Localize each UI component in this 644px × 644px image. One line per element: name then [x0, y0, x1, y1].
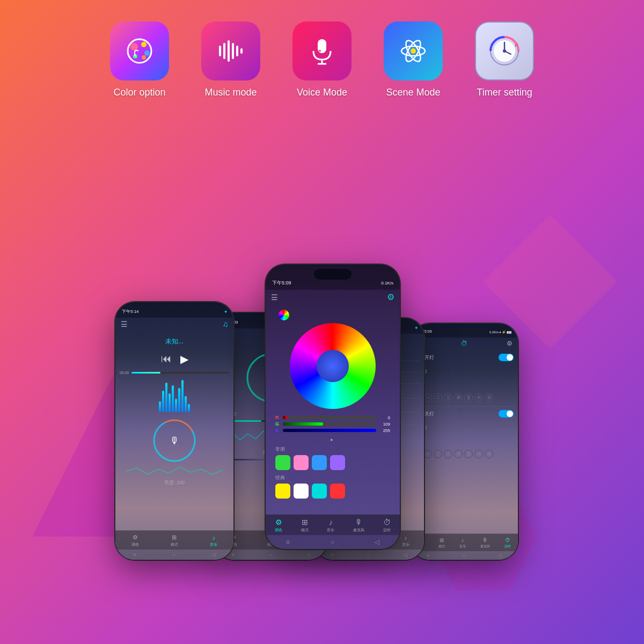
day-sat[interactable]: 六 [474, 393, 483, 402]
day-off-fri[interactable]: 五 [464, 450, 473, 458]
classic-swatches [275, 484, 390, 499]
brightness-label-m: 亮度: 100 [164, 479, 185, 486]
rgb-g-label: G [275, 421, 281, 427]
back-btn[interactable]: ≡ [286, 538, 290, 546]
swatch-white[interactable] [294, 484, 309, 499]
svg-point-1 [130, 43, 138, 50]
rgb-r-track[interactable] [283, 416, 376, 419]
nav-mic[interactable]: 🎙 麦克风 [353, 518, 364, 533]
music-mode-label: Music mode [204, 87, 257, 98]
phone-4-nav-music[interactable]: ♪ 音乐 [402, 535, 409, 547]
voice-mode-item[interactable]: Voice Mode [292, 21, 352, 98]
day-thu[interactable]: 四 [454, 393, 463, 402]
rgb-g-track[interactable] [283, 422, 376, 426]
timer-on-toggle[interactable] [499, 354, 514, 361]
color-option-icon[interactable] [110, 21, 169, 80]
timer-on-repeat-label-3: 黄色 [415, 386, 514, 391]
swatch-pink[interactable] [294, 455, 309, 470]
p4-recents[interactable]: ◁ [403, 552, 407, 558]
phone-2-nav-mode[interactable]: ⊞ 模式 [171, 534, 178, 547]
swatch-green[interactable] [275, 455, 290, 470]
p4-home[interactable]: ○ [367, 552, 370, 558]
timer-off-toggle[interactable] [499, 410, 514, 418]
phone-5-screen: 下午5:09 0.2K/s ♦ ⚡ ▮▮▮ ☰ ⏱ ⚙ 定时开灯 时间 00:0… [411, 324, 518, 560]
phone-2-dot: ● [224, 309, 227, 314]
swatch-cyan[interactable] [312, 484, 327, 499]
day-circles-on: 一 二 三 四 五 六 日 [423, 393, 493, 402]
wave-bar-1 [159, 401, 161, 412]
phone-5-nav-timer[interactable]: ⏱ 定时 [504, 537, 511, 549]
top-icons-section: Color option Music mode Voice M [0, 0, 644, 98]
phone-2-nav-header: ☰ ♫ [115, 318, 233, 331]
p5-home[interactable]: ○ [462, 553, 465, 558]
phone-1-speed: 0.1K/s [381, 281, 393, 286]
phone-4-sys-nav: ≡ ○ ◁ [314, 550, 424, 560]
day-off-thu[interactable]: 四 [454, 450, 463, 458]
p2-home[interactable]: ○ [172, 552, 175, 558]
color-wheel[interactable] [290, 323, 376, 409]
phone-5-nav-music[interactable]: ♪ 音乐 [459, 537, 466, 549]
day-wed[interactable]: 三 [444, 393, 452, 402]
recents-btn[interactable]: ◁ [375, 538, 379, 546]
nav-mode[interactable]: ⊞ 模式 [301, 518, 309, 533]
day-off-tue[interactable]: 二 [434, 450, 442, 458]
day-off-sun[interactable]: 日 [485, 450, 493, 458]
music-mode-item[interactable]: Music mode [201, 21, 260, 98]
p5-recents[interactable]: ◁ [498, 553, 502, 558]
day-off-mon[interactable]: 一 [423, 450, 432, 458]
phone-5-nav-mode[interactable]: ⊞ 模式 [438, 537, 445, 549]
p2-recents[interactable]: ◁ [211, 552, 216, 558]
day-sun[interactable]: 日 [485, 393, 493, 402]
nav-color[interactable]: ⚙ 调色 [275, 518, 282, 533]
swatch-blue[interactable] [312, 455, 327, 470]
day-tue[interactable]: 二 [434, 393, 442, 402]
rgb-b-track[interactable] [283, 429, 376, 432]
p3-recents[interactable]: ◁ [306, 552, 310, 558]
home-btn[interactable]: ○ [330, 538, 334, 546]
svg-point-5 [142, 55, 146, 60]
voice-mode-icon[interactable] [292, 21, 352, 80]
brightness-star: ✦ [330, 437, 334, 443]
music-mode-icon[interactable] [201, 21, 260, 80]
hamburger-icon[interactable]: ☰ [271, 293, 278, 302]
phone-1-time: 下午5:09 [272, 280, 291, 287]
music-controls: ⏮ ▶ [161, 353, 188, 365]
timer-on-row: 定时开灯 [415, 354, 514, 361]
day-fri[interactable]: 五 [464, 393, 473, 402]
nav-music[interactable]: ♪ 音乐 [327, 518, 334, 533]
day-off-wed[interactable]: 三 [444, 450, 452, 458]
day-mon[interactable]: 一 [423, 393, 432, 402]
p5-back[interactable]: ≡ [427, 553, 429, 558]
phone-2-nav-color[interactable]: ⚙ 调色 [131, 534, 139, 547]
phone-2-music-note: ♫ [223, 320, 229, 328]
p2-back[interactable]: ≡ [133, 552, 136, 558]
rgb-b-row: B 255 [275, 428, 390, 433]
play-btn[interactable]: ▶ [180, 353, 188, 365]
timer-setting-icon[interactable] [475, 21, 534, 80]
p2-nav-2: 模式 [171, 542, 178, 547]
color-option-label: Color option [113, 87, 165, 98]
phone-2-nav-music[interactable]: ♪ 音乐 [210, 535, 217, 547]
voice-mode-label: Voice Mode [297, 87, 347, 98]
phone-5-settings[interactable]: ⚙ [507, 340, 513, 347]
timer-setting-item[interactable]: Timer setting [475, 21, 534, 98]
day-off-sat[interactable]: 六 [474, 450, 483, 458]
scene-mode-icon[interactable] [384, 21, 443, 80]
p4-back[interactable]: ≡ [331, 552, 334, 558]
phone-2-hamburger[interactable]: ☰ [121, 320, 128, 328]
p5-nav-2: 模式 [438, 544, 445, 549]
swatch-yellow[interactable] [275, 484, 290, 499]
p3-home[interactable]: ○ [269, 552, 272, 558]
prev-btn[interactable]: ⏮ [161, 353, 172, 365]
rgb-r-row: R 0 [275, 415, 390, 420]
phone-5-nav-mic[interactable]: 🎙 麦克风 [480, 537, 490, 549]
nav-timer[interactable]: ⏱ 定时 [383, 518, 391, 533]
swatch-red[interactable] [330, 484, 345, 499]
swatch-purple[interactable] [330, 455, 345, 470]
tune-icon[interactable]: ⚙ [387, 292, 394, 302]
music-progress-bar[interactable] [131, 372, 229, 374]
scene-mode-item[interactable]: Scene Mode [384, 21, 443, 98]
p3-back[interactable]: ≡ [232, 552, 235, 558]
color-option-item[interactable]: Color option [110, 21, 169, 98]
nav-music-label: 音乐 [327, 528, 334, 533]
